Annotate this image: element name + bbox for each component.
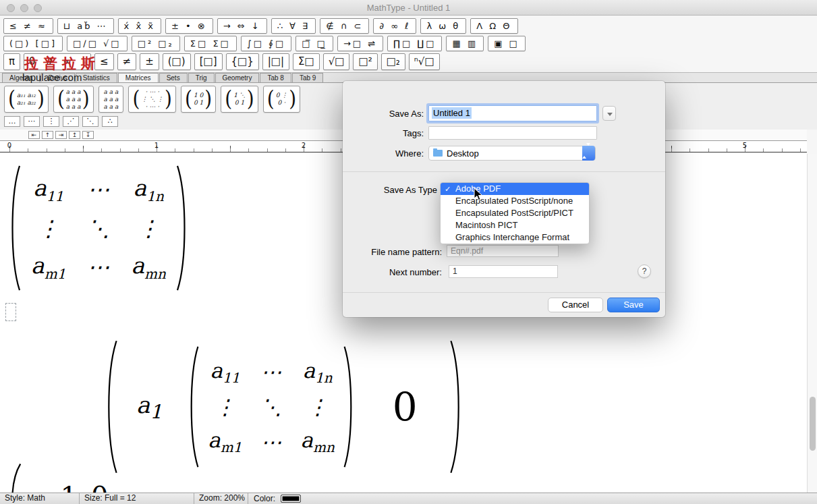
toolbar-row-3: πθ ∂ ∞≤≠±(□)[□]{□}|□|Σ□√□□²□₂ⁿ√□ — [3, 53, 814, 70]
file-name-pattern-label: File name pattern: — [363, 247, 442, 257]
next-number-label: Next number: — [363, 267, 442, 277]
matrix-template-button[interactable]: a a aa a aa a a — [98, 86, 124, 113]
template-palette-button[interactable]: ▣ □ — [488, 36, 526, 51]
matrix-template-button[interactable]: ( 1 00 1 ) — [181, 86, 216, 113]
quick-symbol-button[interactable]: □₂ — [381, 53, 405, 70]
quick-symbol-button[interactable]: √□ — [323, 53, 350, 70]
ruler-tabstop-button[interactable]: ⇥ — [55, 131, 67, 139]
template-palette-button[interactable]: (□) [□] — [3, 36, 63, 51]
tab-sets[interactable]: Sets — [159, 73, 188, 82]
template-palette-button[interactable]: ▦ ▥ — [446, 36, 484, 51]
quick-symbol-button[interactable]: ± — [140, 53, 159, 70]
symbol-palette-button[interactable]: ⊔ ab̈ ⋯ — [57, 18, 114, 34]
template-palette-button[interactable]: Σ□ Σ□ — [184, 36, 237, 51]
next-number-input[interactable]: 1 — [449, 265, 558, 278]
quick-symbol-button[interactable]: □² — [353, 53, 377, 70]
menu-item-gif[interactable]: Graphics Interchange Format — [441, 231, 589, 244]
equation-matrix-1[interactable]: a11 ⋯ a1n ⋮ ⋱ ⋮ am1 ⋯ amn — [5, 162, 192, 294]
quick-symbol-button[interactable]: |□| — [262, 53, 289, 70]
symbol-palette-button[interactable]: Λ Ω Θ — [470, 18, 517, 34]
equation-matrix-3-partial[interactable]: −1 0 — [4, 461, 108, 493]
quick-symbol-button[interactable]: (□) — [163, 53, 191, 70]
quick-symbol-button[interactable]: [□] — [194, 53, 223, 70]
status-style[interactable]: Style: Math — [0, 493, 80, 504]
menu-item-eps-none[interactable]: Encapsulated PostScript/none — [441, 195, 589, 207]
checkmark-icon: ✓ — [445, 183, 451, 195]
symbol-palette-button[interactable]: ∴ ∀ ∃ — [271, 18, 316, 34]
right-paren-glyph: ) — [37, 88, 45, 110]
template-palette-button[interactable]: →□ ⇌ — [337, 36, 383, 51]
vertical-scrollbar[interactable] — [807, 154, 817, 493]
tab-matrices[interactable]: Matrices — [118, 73, 159, 82]
tab-geometry[interactable]: Geometry — [215, 73, 260, 82]
ellipsis-template-button[interactable]: … — [4, 116, 20, 127]
symbol-palette-button[interactable]: → ⇔ ↓ — [217, 18, 267, 34]
symbol-palette-button[interactable]: λ ω θ — [420, 18, 466, 34]
template-palette-button[interactable]: □∕□ √□ — [67, 36, 128, 51]
color-swatch[interactable] — [281, 495, 301, 503]
expand-dialog-button[interactable] — [602, 106, 616, 121]
template-palette-button[interactable]: □̅ □̲ — [295, 36, 333, 51]
ellipsis-template-button[interactable]: ⋯ — [24, 116, 40, 127]
quick-symbol-button[interactable]: {□} — [226, 53, 259, 70]
template-palette-button[interactable]: ∏□ ∐□ — [387, 36, 442, 51]
inner-left-paren — [185, 343, 201, 471]
matrix-template-button[interactable]: ( 1 ⋱0 1 ) — [221, 86, 258, 113]
tags-input[interactable] — [428, 126, 597, 140]
where-popup[interactable]: Desktop — [428, 146, 596, 161]
save-as-input[interactable]: Untitled 1 — [428, 105, 597, 121]
ellipsis-template-button[interactable]: ⋮ — [43, 116, 59, 127]
template-palette-button[interactable]: ∫□ ∮□ — [241, 36, 291, 51]
equation-matrix-2[interactable]: a1 a11 ⋯ a1n ⋮ ⋱ ⋮ am1 ⋯ amn 0 — [101, 337, 466, 477]
symbol-palette-button[interactable]: ∂ ∞ ℓ — [373, 18, 416, 34]
where-value: Desktop — [447, 148, 479, 159]
ellipsis-template-button[interactable]: ∴ — [102, 116, 118, 127]
symbol-palette-button[interactable]: ≤ ≠ ≈ — [3, 18, 53, 34]
template-palette-button[interactable]: □² □₂ — [132, 36, 180, 51]
quick-symbol-button[interactable]: ⁿ√□ — [409, 53, 440, 70]
ruler-tabstop-button[interactable]: ↥ — [69, 131, 80, 139]
matrix-template-button[interactable]: ( 0 ⋮0 ⋅ ) — [263, 86, 300, 113]
ellipsis-template-button[interactable]: ⋰ — [63, 116, 79, 127]
cancel-button[interactable]: Cancel — [548, 298, 603, 312]
menu-item-adobe-pdf[interactable]: ✓ Adobe PDF — [441, 183, 589, 195]
toolbar-row-2: (□) [□]□∕□ √□□² □₂Σ□ Σ□∫□ ∮□□̅ □̲→□ ⇌∏□ … — [3, 36, 814, 51]
quick-symbol-button[interactable]: π — [3, 53, 20, 70]
save-as-label: Save As: — [343, 109, 424, 119]
toolbar-row-1: ≤ ≠ ≈⊔ ab̈ ⋯x́ x̂ x̃± • ⊗→ ⇔ ↓∴ ∀ ∃∉ ∩ ⊂… — [3, 18, 814, 34]
menu-item-macintosh-pict[interactable]: Macintosh PICT — [441, 219, 589, 231]
symbol-palette-button[interactable]: ± • ⊗ — [165, 18, 213, 34]
quick-symbol-button[interactable]: ≠ — [117, 53, 137, 70]
folder-icon — [433, 150, 443, 157]
tab-trig[interactable]: Trig — [188, 73, 215, 82]
scrollbar-thumb[interactable] — [810, 397, 816, 451]
right-paren-glyph: ) — [247, 88, 254, 110]
file-name-pattern-input[interactable]: Eqn#.pdf — [447, 245, 559, 257]
zero-term: 0 — [393, 384, 418, 430]
popup-stepper-icon[interactable] — [582, 146, 595, 161]
lead-term: a1 — [136, 391, 162, 423]
mouse-cursor-icon — [474, 188, 483, 201]
quick-symbol-button[interactable]: Σ□ — [293, 53, 320, 70]
matrix-template-button[interactable]: ( ⋅ ⋯ ⋅⋮ ⋱ ⋮⋅ ⋯ ⋅ ) — [128, 86, 176, 113]
menu-item-eps-pict[interactable]: Encapsulated PostScript/PICT — [441, 207, 589, 219]
help-button[interactable]: ? — [638, 264, 651, 278]
symbol-palette-button[interactable]: x́ x̂ x̃ — [118, 18, 161, 34]
ruler-tabstop-button[interactable]: ↧ — [82, 131, 94, 139]
empty-slot[interactable] — [5, 303, 16, 321]
where-label: Where: — [343, 148, 424, 159]
save-button[interactable]: Save — [607, 298, 660, 312]
ruler-tabstop-button[interactable]: ↑ — [42, 131, 53, 139]
matrix-template-button[interactable]: ( a₁₁ a₁₂a₂₁ a₂₂ ) — [4, 86, 49, 113]
outer-left-paren — [101, 337, 120, 477]
status-size[interactable]: Size: Full = 12 — [80, 493, 194, 504]
symbol-palette-button[interactable]: ∉ ∩ ⊂ — [320, 18, 369, 34]
status-color[interactable]: Color: — [248, 493, 301, 504]
matrix-template-button[interactable]: ( a a aa a aa a a ) — [53, 86, 94, 113]
status-zoom[interactable]: Zoom: 200% — [194, 493, 248, 504]
ruler-tabstop-button[interactable]: ⇤ — [28, 131, 40, 139]
tab-8[interactable]: Tab 8 — [260, 73, 291, 82]
ruler-number: 0 — [7, 142, 11, 149]
tab-9[interactable]: Tab 9 — [292, 73, 323, 82]
ellipsis-template-button[interactable]: ⋱ — [82, 116, 98, 127]
